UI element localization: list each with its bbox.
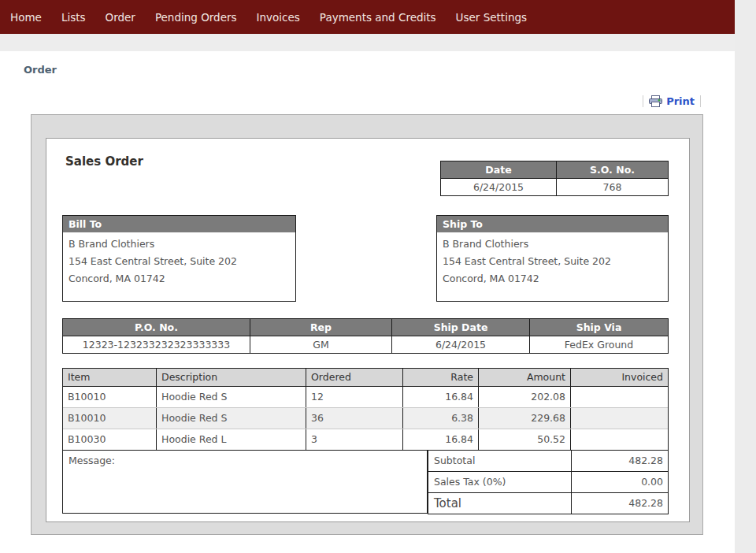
- total-row: Total 482.28: [428, 492, 668, 514]
- item-cell-description: Hoodie Red L: [157, 429, 306, 450]
- order-panel: Sales Order Date S.O. No. 6/24/2015 768 …: [31, 114, 703, 535]
- subtotal-label: Subtotal: [428, 451, 572, 471]
- nav-item-user-settings[interactable]: User Settings: [456, 11, 527, 24]
- item-cell-rate: 6.38: [403, 408, 479, 429]
- nav-item-order[interactable]: Order: [106, 11, 135, 24]
- ship-date-header-cell: Ship Date: [392, 319, 530, 336]
- item-cell-description: Hoodie Red S: [157, 408, 306, 429]
- ship-to-box: Ship To B Brand Clothiers 154 East Centr…: [436, 215, 669, 302]
- line-items-table: Item Description Ordered Rate Amount Inv…: [62, 368, 669, 451]
- nav-item-pending-orders[interactable]: Pending Orders: [155, 11, 237, 24]
- date-header-cell: Date: [441, 161, 557, 178]
- bill-to-line: Concord, MA 01742: [69, 270, 295, 288]
- items-header-item: Item: [63, 369, 157, 386]
- ship-to-line: 154 East Central Street, Suite 202: [443, 253, 668, 270]
- printer-icon: [649, 95, 662, 107]
- items-header-description: Description: [157, 369, 306, 386]
- page: Home Lists Order Pending Orders Invoices…: [0, 0, 756, 553]
- item-cell-item: B10030: [63, 429, 157, 450]
- rep-value-cell: GM: [250, 336, 392, 353]
- item-row: B10010 Hoodie Red S 12 16.84 202.08: [63, 387, 668, 407]
- sales-tax-value: 0.00: [572, 472, 668, 492]
- meta-header-row: Date S.O. No.: [441, 161, 668, 178]
- item-cell-rate: 16.84: [403, 387, 479, 407]
- item-cell-item: B10010: [63, 408, 157, 429]
- item-cell-ordered: 3: [306, 429, 403, 450]
- items-header-row: Item Description Ordered Rate Amount Inv…: [63, 369, 668, 387]
- order-meta-table: Date S.O. No. 6/24/2015 768: [440, 161, 669, 196]
- so-no-header-cell: S.O. No.: [557, 161, 668, 178]
- po-no-header-cell: P.O. No.: [63, 319, 250, 336]
- total-label: Total: [428, 493, 572, 514]
- nav-item-payments-and-credits[interactable]: Payments and Credits: [320, 11, 436, 24]
- item-cell-ordered: 36: [306, 408, 403, 429]
- item-cell-invoiced: [571, 408, 668, 429]
- sales-order-title: Sales Order: [65, 154, 143, 169]
- page-title: Order: [24, 64, 57, 76]
- bill-to-box: Bill To B Brand Clothiers 154 East Centr…: [62, 215, 296, 302]
- nav-item-invoices[interactable]: Invoices: [257, 11, 300, 24]
- print-separator-right: [700, 95, 701, 107]
- subtotal-row: Subtotal 482.28: [428, 451, 668, 471]
- app-window: Home Lists Order Pending Orders Invoices…: [0, 0, 735, 553]
- item-cell-item: B10010: [63, 387, 157, 407]
- item-cell-description: Hoodie Red S: [157, 387, 306, 407]
- item-cell-amount: 50.52: [479, 429, 571, 450]
- item-row: B10030 Hoodie Red L 3 16.84 50.52: [63, 429, 668, 450]
- message-label: Message:: [69, 455, 115, 466]
- main-nav: Home Lists Order Pending Orders Invoices…: [0, 0, 735, 34]
- item-cell-amount: 229.68: [479, 408, 571, 429]
- sales-order-document: Sales Order Date S.O. No. 6/24/2015 768 …: [46, 138, 690, 522]
- meta-value-row: 6/24/2015 768: [441, 178, 668, 195]
- items-header-invoiced: Invoiced: [571, 369, 668, 386]
- ship-to-line: B Brand Clothiers: [443, 236, 668, 253]
- item-cell-rate: 16.84: [403, 429, 479, 450]
- ship-to-address: B Brand Clothiers 154 East Central Stree…: [437, 232, 668, 288]
- ship-via-header-cell: Ship Via: [530, 319, 668, 336]
- print-separator-left: [643, 95, 643, 107]
- item-cell-invoiced: [571, 387, 668, 407]
- date-value-cell: 6/24/2015: [441, 179, 557, 195]
- message-box: Message:: [62, 450, 428, 514]
- shipping-header-row: P.O. No. Rep Ship Date Ship Via: [63, 319, 668, 336]
- po-no-value-cell: 12323-123233232323333333: [63, 336, 250, 353]
- bill-to-line: 154 East Central Street, Suite 202: [69, 253, 295, 270]
- ship-date-value-cell: 6/24/2015: [392, 336, 530, 353]
- items-header-ordered: Ordered: [306, 369, 403, 386]
- items-header-amount: Amount: [479, 369, 571, 386]
- bill-to-line: B Brand Clothiers: [69, 236, 295, 253]
- sales-tax-row: Sales Tax (0%) 0.00: [428, 471, 668, 492]
- bill-to-header: Bill To: [63, 216, 295, 232]
- item-row: B10010 Hoodie Red S 36 6.38 229.68: [63, 407, 668, 429]
- shipping-info-table: P.O. No. Rep Ship Date Ship Via 12323-12…: [62, 318, 669, 354]
- item-cell-invoiced: [571, 429, 668, 450]
- totals-table: Subtotal 482.28 Sales Tax (0%) 0.00 Tota…: [428, 450, 669, 514]
- item-cell-ordered: 12: [306, 387, 403, 407]
- sales-tax-label: Sales Tax (0%): [428, 472, 572, 492]
- content-area: Order Print: [0, 51, 735, 553]
- nav-item-lists[interactable]: Lists: [61, 11, 86, 24]
- rep-header-cell: Rep: [250, 319, 392, 336]
- item-cell-amount: 202.08: [479, 387, 571, 407]
- ship-to-line: Concord, MA 01742: [443, 270, 668, 288]
- bill-to-address: B Brand Clothiers 154 East Central Stree…: [63, 232, 295, 288]
- shipping-value-row: 12323-123233232323333333 GM 6/24/2015 Fe…: [63, 336, 668, 353]
- ship-via-value-cell: FedEx Ground: [530, 336, 668, 353]
- ship-to-header: Ship To: [437, 216, 668, 232]
- items-header-rate: Rate: [403, 369, 479, 386]
- print-label: Print: [666, 95, 695, 107]
- print-row: Print: [643, 94, 701, 108]
- nav-item-home[interactable]: Home: [10, 11, 42, 24]
- subtotal-value: 482.28: [572, 451, 668, 471]
- so-no-value-cell: 768: [557, 179, 668, 195]
- total-value: 482.28: [572, 493, 668, 514]
- print-button[interactable]: Print: [649, 95, 695, 107]
